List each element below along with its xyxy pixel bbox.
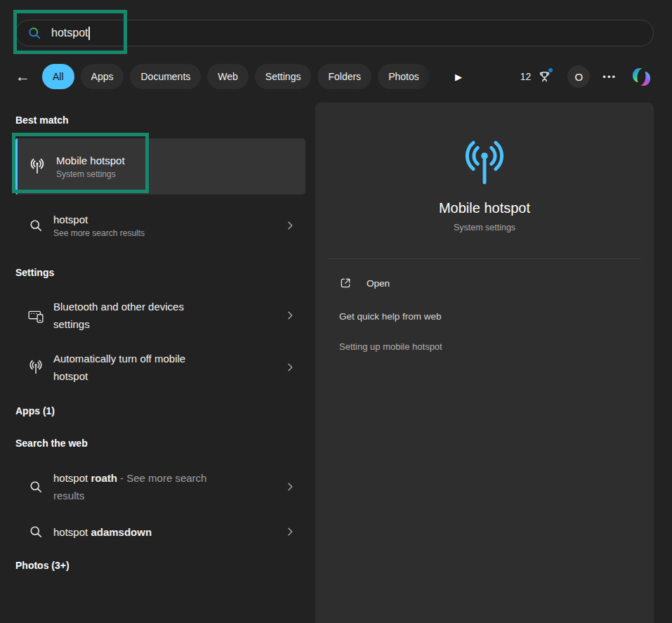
search-query-text[interactable]: hotspot: [51, 27, 88, 39]
divider: [328, 258, 641, 259]
section-header-settings: Settings: [15, 266, 305, 279]
filter-tab-photos[interactable]: Photos: [378, 64, 430, 89]
chevron-right-icon: [284, 526, 296, 537]
filter-tabs: All Apps Documents Web Settings Folders …: [42, 64, 442, 89]
open-external-icon: [339, 277, 352, 289]
more-filters-arrow-icon[interactable]: ▶: [451, 72, 466, 82]
open-label: Open: [367, 278, 390, 289]
filter-tab-folders[interactable]: Folders: [317, 64, 371, 89]
chevron-right-icon: [284, 220, 296, 231]
hotspot-icon: [27, 359, 45, 376]
query-bold: roath: [91, 472, 117, 484]
search-icon: [27, 26, 41, 40]
open-action[interactable]: Open: [315, 277, 654, 289]
result-title: Mobile hotspot: [56, 155, 294, 166]
filter-tab-documents[interactable]: Documents: [130, 64, 201, 89]
filter-tab-all[interactable]: All: [42, 64, 74, 89]
mobile-hotspot-icon-large: [458, 137, 511, 190]
search-icon: [27, 480, 45, 494]
query-bold: adamsdown: [91, 526, 152, 538]
rewards-badge[interactable]: 12: [520, 70, 553, 84]
hotspot-icon: [27, 157, 48, 176]
account-avatar[interactable]: O: [567, 65, 590, 88]
result-label: Automatically turn off mobile hotspot: [53, 350, 218, 385]
chevron-right-icon: [284, 481, 296, 492]
search-bar-container: hotspot: [15, 20, 654, 46]
copilot-icon[interactable]: [631, 66, 652, 88]
avatar-initial: O: [575, 71, 584, 83]
devices-icon: [27, 307, 45, 324]
section-header-best-match: Best match: [15, 114, 305, 126]
result-mobile-hotspot[interactable]: Mobile hotspot System settings: [15, 138, 305, 195]
section-header-photos: Photos (3+): [15, 559, 305, 572]
search-icon: [27, 218, 45, 232]
chevron-right-icon: [284, 310, 296, 321]
filter-tab-settings[interactable]: Settings: [255, 64, 312, 89]
query-prefix: hotspot: [53, 526, 91, 538]
filter-tab-apps[interactable]: Apps: [81, 64, 124, 89]
help-link-setting-up-hotspot[interactable]: Setting up mobile hotspot: [315, 341, 654, 352]
result-web-hotspot-adamsdown[interactable]: hotspot adamsdown: [15, 520, 305, 544]
result-web-hotspot-roath[interactable]: hotspot roath - See more search results: [15, 466, 305, 507]
section-header-apps: Apps (1): [15, 405, 305, 417]
text-caret: [88, 27, 90, 40]
help-section-header: Get quick help from web: [315, 311, 654, 322]
search-input[interactable]: hotspot: [15, 20, 654, 46]
rewards-trophy-icon: [537, 70, 552, 84]
result-label: Bluetooth and other devices settings: [53, 298, 218, 333]
preview-title: Mobile hotspot: [315, 200, 654, 216]
result-auto-turn-off-hotspot[interactable]: Automatically turn off mobile hotspot: [15, 347, 305, 388]
result-bluetooth-settings[interactable]: Bluetooth and other devices settings: [15, 295, 305, 336]
rewards-points: 12: [520, 71, 532, 82]
filter-tab-web[interactable]: Web: [207, 64, 249, 89]
result-subtitle: System settings: [56, 169, 294, 179]
query-prefix: hotspot: [53, 472, 91, 484]
section-header-search-the-web: Search the web: [15, 437, 305, 450]
result-see-more-hotspot[interactable]: hotspot See more search results: [15, 207, 305, 244]
search-icon: [27, 525, 45, 539]
preview-subtitle: System settings: [315, 223, 654, 232]
filter-bar: ← All Apps Documents Web Settings Folder…: [15, 63, 657, 90]
chevron-right-icon: [284, 362, 296, 373]
preview-panel: Mobile hotspot System settings Open Get …: [315, 103, 654, 623]
search-results-panel: Best match Mobile hotspot System setting…: [15, 103, 305, 572]
back-arrow-icon[interactable]: ←: [15, 68, 37, 85]
notification-dot: [548, 68, 553, 72]
ellipsis-menu-icon[interactable]: •••: [602, 72, 617, 82]
result-title: hotspot: [53, 214, 284, 225]
result-subtitle: See more search results: [53, 228, 284, 238]
